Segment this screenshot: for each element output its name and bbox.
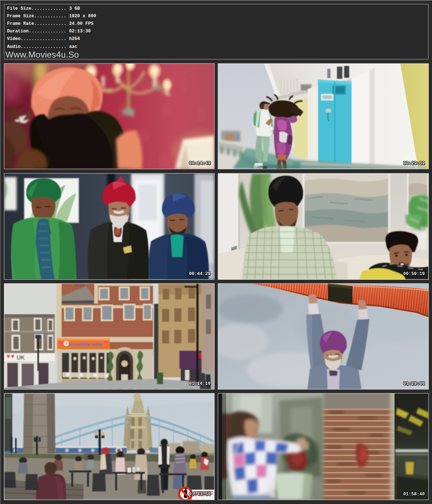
svg-text:UK: UK xyxy=(17,355,25,361)
svg-text:Incredible India: Incredible India xyxy=(68,342,103,347)
